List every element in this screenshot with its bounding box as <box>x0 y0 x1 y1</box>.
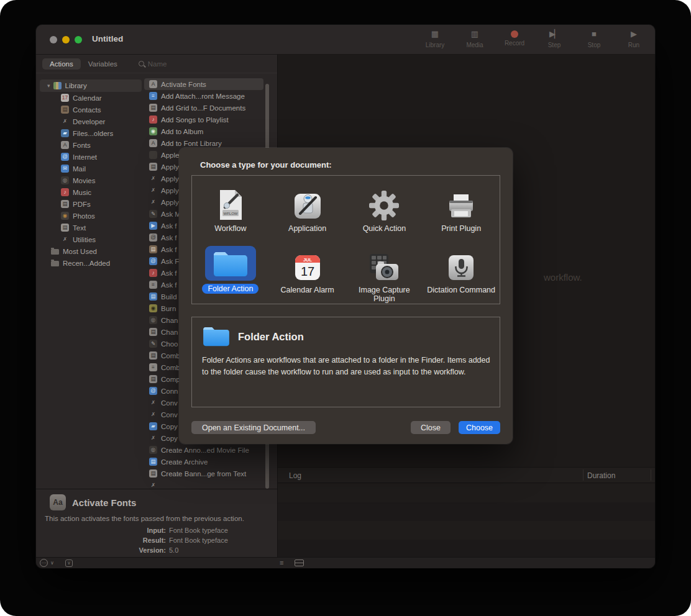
sidebar-category-item[interactable]: ▤ Contacts <box>36 104 144 116</box>
text-icon: ▤ <box>61 224 69 232</box>
action-icon: ✗ <box>149 410 157 419</box>
toolbar-button[interactable]: Stop <box>580 29 608 48</box>
action-label: Apply <box>161 163 179 171</box>
field-label: Result: <box>45 535 169 545</box>
doctype-folder-action[interactable]: Folder Action <box>192 237 269 304</box>
sidebar-category-item[interactable]: ♪ Music <box>36 186 144 198</box>
sidebar-category-item[interactable]: A Fonts <box>36 139 144 151</box>
action-icon: ◎ <box>149 316 157 324</box>
sidebar-category-item[interactable]: ◎ Movies <box>36 174 144 186</box>
action-label: Add Songs to Playlist <box>161 116 229 124</box>
action-label: Comb <box>161 352 180 360</box>
category-label: Text <box>73 224 86 232</box>
column-separator[interactable] <box>583 469 583 481</box>
toolbar-button[interactable]: Step <box>541 29 568 48</box>
action-list-item[interactable]: ≡ Add Attach...ront Message <box>144 90 263 102</box>
toolbar-button[interactable]: Library <box>421 29 449 48</box>
doctype-dictation-command[interactable]: Dictation Command <box>423 237 500 304</box>
sidebar-category-item[interactable]: ▰ Files...olders <box>36 127 144 139</box>
action-label: Comp <box>161 376 180 383</box>
chevron-down-icon[interactable]: ∨ <box>50 560 54 566</box>
doctype-calendar-alarm[interactable]: JUL 17 Calendar Alarm <box>269 237 346 304</box>
sidebar-smart-group[interactable]: Most Used <box>36 245 144 257</box>
field-value: Font Book typeface <box>169 535 228 545</box>
tab-actions[interactable]: Actions <box>42 58 81 70</box>
sidebar-category-item[interactable]: ✗ Utilities <box>36 233 144 245</box>
category-label: Utilities <box>73 236 96 243</box>
action-label: Ask f <box>161 222 177 230</box>
choose-button[interactable]: Choose <box>459 421 500 434</box>
action-icon: ✗ <box>149 186 157 194</box>
sidebar-category-item[interactable]: ▤ PDFs <box>36 198 144 210</box>
toolbar-button[interactable]: Record <box>501 29 528 48</box>
sidebar-item-library[interactable]: ▾ Library <box>40 79 142 92</box>
activate-fonts-icon: Aa <box>50 494 66 510</box>
type-info-box: Folder Action Folder Actions are workflo… <box>191 317 500 407</box>
workflow-select-icon[interactable]: ∨ <box>65 559 73 567</box>
action-detail-pane: Aa Activate Fonts This action activates … <box>36 489 277 557</box>
developer-icon: ✗ <box>61 117 69 125</box>
toolbar-label: Stop <box>588 42 601 48</box>
category-label: Calendar <box>73 94 102 102</box>
chevron-down-icon[interactable]: ▾ <box>47 83 50 89</box>
zoom-window-button[interactable] <box>75 36 82 43</box>
toolbar-button[interactable]: Media <box>461 29 488 48</box>
library-icon <box>431 29 439 40</box>
action-list-item[interactable]: ♪ Add Songs to Playlist <box>144 114 263 125</box>
action-list-item[interactable]: ▤ Add Grid to...F Documents <box>144 102 263 114</box>
action-label: Add Grid to...F Documents <box>161 104 245 112</box>
sidebar-category-item[interactable]: 17 Calendar <box>36 92 144 104</box>
doctype-application[interactable]: Application <box>269 176 346 237</box>
action-icon: ▶ <box>149 222 157 230</box>
close-button[interactable]: Close <box>411 421 451 434</box>
sidebar-category-item[interactable]: ✉ Mail <box>36 163 144 174</box>
fonts-icon: A <box>61 141 69 149</box>
column-separator[interactable] <box>651 469 651 481</box>
tab-variables[interactable]: Variables <box>81 58 125 70</box>
action-label: Burn <box>161 305 176 312</box>
movies-icon: ◎ <box>61 176 69 184</box>
library-label: Library <box>65 82 87 89</box>
type-info-description: Folder Actions are workflows that are at… <box>202 355 491 378</box>
search-input[interactable]: Name <box>139 60 167 68</box>
minimize-window-button[interactable] <box>62 36 70 43</box>
toolbar-button[interactable]: Run <box>620 29 648 48</box>
doctype-quick-action[interactable]: Quick Action <box>346 176 423 237</box>
action-icon: ✗ <box>149 434 157 442</box>
action-list-item[interactable]: ◉ Add to Album <box>144 125 263 137</box>
action-icon: ▤ <box>149 469 157 478</box>
action-list-item[interactable]: ▤ Create Bann...ge from Text <box>144 468 263 479</box>
action-list-item[interactable]: ▤ Create Archive <box>144 456 263 468</box>
action-list-item[interactable]: A Activate Fonts <box>144 78 263 90</box>
log-view-toggle-icon[interactable]: ≡ <box>280 559 283 567</box>
category-label: Developer <box>73 118 105 125</box>
close-window-button[interactable] <box>50 36 57 43</box>
action-icon: ✎ <box>149 340 157 348</box>
sidebar-category-item[interactable]: ◉ Photos <box>36 210 144 222</box>
photos-icon: ◉ <box>61 212 69 220</box>
action-label: Apply <box>161 187 179 194</box>
action-label: Add to Font Library <box>161 140 222 147</box>
svg-text:WFLOW: WFLOW <box>223 212 237 215</box>
action-list-item[interactable]: ✗ <box>144 479 263 489</box>
action-list-item[interactable]: ◎ Create Anno...ed Movie File <box>144 444 263 456</box>
sidebar-category-item[interactable]: @ Internet <box>36 151 144 163</box>
detail-field-row: Version: 5.0 <box>45 545 268 555</box>
action-icon: ▤ <box>149 292 157 301</box>
doctype-image-capture-plugin[interactable]: Image Capture Plugin <box>346 237 423 304</box>
field-value: 5.0 <box>169 545 178 555</box>
action-label: Conn <box>161 387 178 395</box>
sidebar-smart-group[interactable]: Recen...Added <box>36 257 144 269</box>
svg-text:17: 17 <box>301 265 314 278</box>
action-menu-icon[interactable]: ⋯ <box>40 559 48 567</box>
action-label: Create Anno...ed Movie File <box>161 446 249 454</box>
panel-view-toggle-icon[interactable] <box>295 559 304 566</box>
doctype-workflow[interactable]: WFLOW Workflow <box>192 176 269 237</box>
bottom-bar: ⋯ ∨ ∨ ≡ <box>36 557 655 568</box>
open-existing-document-button[interactable]: Open an Existing Document... <box>191 421 316 434</box>
sidebar-category-item[interactable]: ▤ Text <box>36 222 144 233</box>
titlebar: Untitled Library Media Record <box>36 25 655 55</box>
camera-icon <box>368 253 400 282</box>
doctype-print-plugin[interactable]: Print Plugin <box>423 176 500 237</box>
sidebar-category-item[interactable]: ✗ Developer <box>36 116 144 127</box>
